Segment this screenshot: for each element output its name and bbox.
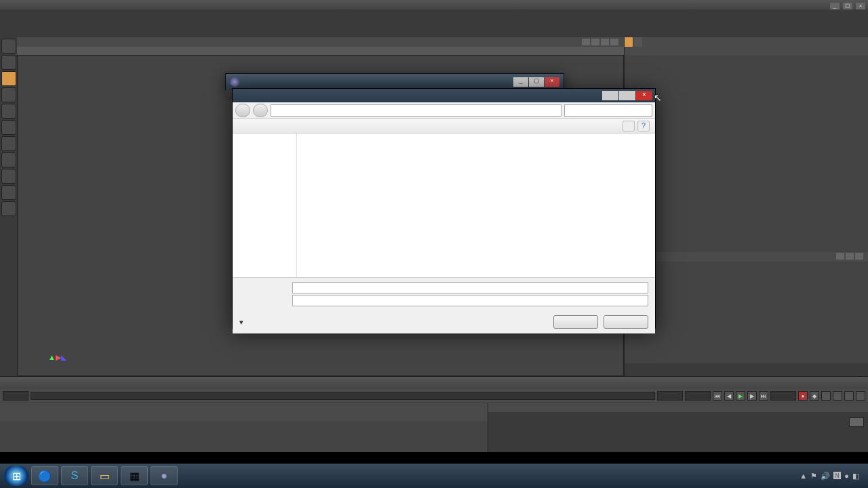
tl-scrub[interactable]: [31, 392, 655, 400]
tray-icon[interactable]: ◧: [852, 472, 859, 480]
cancel-button[interactable]: [604, 315, 648, 329]
vp-icon[interactable]: [591, 39, 599, 45]
attribute-body[interactable]: [625, 262, 868, 363]
tool-button[interactable]: [1, 185, 16, 200]
tl-last-icon[interactable]: ⏭: [759, 391, 768, 401]
nav-fwd-icon[interactable]: [253, 104, 268, 117]
close-button[interactable]: ×: [856, 3, 865, 9]
view-options-icon[interactable]: [623, 121, 635, 131]
tl-btn[interactable]: [856, 391, 865, 401]
sd-minimize[interactable]: [602, 91, 618, 100]
tool-button[interactable]: [1, 39, 16, 54]
tl-rec-icon[interactable]: ●: [798, 391, 808, 401]
tool-button[interactable]: [1, 71, 16, 86]
breadcrumb[interactable]: [271, 104, 561, 117]
tool-button[interactable]: [1, 120, 16, 135]
tl-btn[interactable]: [844, 391, 854, 401]
vp-icon[interactable]: [610, 39, 618, 45]
tl-first-icon[interactable]: ⏮: [713, 391, 722, 401]
nav-back-icon[interactable]: [235, 104, 250, 117]
tray-icon[interactable]: 🔊: [821, 472, 830, 480]
materials-body[interactable]: [0, 421, 488, 452]
tl-key-icon[interactable]: ◆: [810, 391, 819, 401]
attribute-header: [625, 252, 868, 262]
rs-close[interactable]: ×: [545, 77, 559, 87]
tray-icon[interactable]: ⚑: [810, 472, 817, 480]
tool-button[interactable]: [1, 104, 16, 119]
apply-button[interactable]: [849, 418, 864, 427]
save-sidebar: [233, 134, 297, 277]
minimize-button[interactable]: _: [830, 3, 840, 9]
taskbar-notes[interactable]: ▭: [91, 466, 118, 485]
rs-minimize[interactable]: _: [513, 77, 528, 87]
sd-maximize[interactable]: [619, 91, 635, 100]
rs-maximize[interactable]: ▢: [529, 77, 544, 87]
vp-icon[interactable]: [582, 39, 590, 45]
tl-length[interactable]: [770, 391, 796, 401]
viewport-label: [17, 47, 624, 55]
chevron-down-icon: ▾: [239, 318, 243, 327]
taskbar-skype[interactable]: S: [61, 466, 88, 485]
help-icon[interactable]: ?: [637, 121, 650, 131]
start-button[interactable]: ⊞: [4, 466, 28, 486]
tool-button[interactable]: [1, 201, 16, 216]
viewport-menu: [17, 37, 624, 47]
tl-btn[interactable]: [821, 391, 831, 401]
save-button[interactable]: [553, 315, 598, 329]
tool-button[interactable]: [1, 152, 16, 167]
app-titlebar[interactable]: _ ▢ ×: [0, 0, 868, 9]
tl-next-icon[interactable]: ▶: [747, 391, 757, 401]
left-toolbar: [0, 37, 17, 376]
vp-icon[interactable]: [601, 39, 609, 45]
tl-btn[interactable]: [833, 391, 842, 401]
taskbar-chrome[interactable]: 🔵: [31, 466, 58, 485]
window-buttons: _ ▢ ×: [829, 1, 865, 9]
render-icon: [230, 77, 239, 87]
taskbar-app[interactable]: ▦: [121, 466, 148, 485]
save-toolbar: ?: [233, 119, 655, 134]
tl-start[interactable]: [3, 391, 28, 401]
tool-button[interactable]: [1, 87, 16, 102]
attr-icon[interactable]: [836, 253, 844, 260]
tool-button[interactable]: [1, 55, 16, 70]
taskbar[interactable]: ⊞ 🔵 S ▭ ▦ ● ▲ ⚑ 🔊 🅽 ● ◧: [0, 464, 868, 488]
save-titlebar[interactable]: ×: [233, 89, 655, 102]
save-nav: [233, 102, 655, 119]
axis-gizmo: ▲▶◣: [48, 353, 66, 362]
sd-close[interactable]: ×: [636, 91, 652, 100]
taskbar-c4d[interactable]: ●: [151, 466, 178, 485]
tl-current[interactable]: [657, 391, 683, 401]
attr-icon[interactable]: [855, 253, 863, 260]
tray-icon[interactable]: ●: [844, 472, 849, 480]
cursor-icon: ↖: [654, 92, 662, 103]
objects-tree[interactable]: [625, 56, 868, 252]
tray-icon[interactable]: ▲: [800, 472, 807, 480]
tool-button[interactable]: [1, 169, 16, 184]
filename-input[interactable]: [292, 282, 648, 293]
objects-menu: [625, 47, 868, 56]
tray-icon[interactable]: 🅽: [833, 472, 841, 480]
timeline-ruler[interactable]: [0, 377, 868, 389]
maximize-button[interactable]: ▢: [843, 3, 852, 9]
tool-button[interactable]: [1, 136, 16, 151]
materials-menu: [0, 412, 488, 421]
hide-folders-toggle[interactable]: ▾: [239, 318, 246, 327]
tab-objects[interactable]: [625, 37, 633, 47]
save-file-dialog: × ? ▾: [232, 88, 656, 329]
main-menu: [0, 9, 868, 18]
tray-icons[interactable]: ▲ ⚑ 🔊 🅽 ● ◧: [799, 472, 860, 481]
tl-prev-icon[interactable]: ◀: [724, 391, 734, 401]
tab-structure[interactable]: [634, 37, 642, 47]
search-input[interactable]: [564, 104, 652, 117]
tl-end[interactable]: [685, 391, 711, 401]
file-list[interactable]: [297, 134, 655, 277]
main-toolbar: [0, 18, 868, 37]
attr-icon[interactable]: [846, 253, 854, 260]
timeline-controls: ⏮ ◀ ▶ ▶ ⏭ ● ◆: [0, 389, 868, 403]
tl-play-icon[interactable]: ▶: [736, 391, 745, 401]
filetype-select[interactable]: [292, 295, 648, 306]
